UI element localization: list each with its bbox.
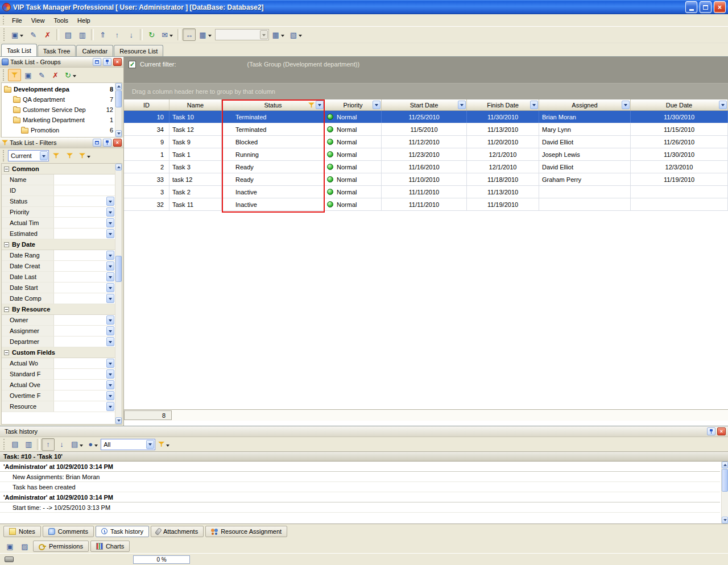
close-panel-icon[interactable]: × [113,58,122,66]
filter-field-actual-work[interactable]: Actual Wo Actual Wo [2,358,115,369]
dropdown-arrow-icon[interactable] [106,207,114,217]
edit-filter-button[interactable] [63,149,76,162]
filter-field-name[interactable]: Name Name [2,175,115,185]
task-row-34[interactable]: 34 Task 12 Terminated Normal 11/5/2010 1… [124,123,728,136]
filter-section-common[interactable]: Common Common [2,164,115,175]
close-button[interactable]: × [714,1,726,13]
pin-icon[interactable] [103,58,111,66]
refresh-button[interactable]: ↻ [145,28,158,41]
sort-ascending-button[interactable]: ↑ [42,438,55,451]
dropdown-arrow-icon[interactable] [106,197,114,206]
filter-field-department[interactable]: Departmer Departmer [2,336,115,347]
task-row-3[interactable]: 3 Task 2 Inactive Normal 11/11/2010 11/1… [124,186,728,198]
filter-section-custom-fields[interactable]: Custom Fields Custom Fields [2,347,115,358]
task-notes-button[interactable]: ▥ [76,28,89,41]
group-qa-department[interactable]: QA department 7 [2,94,114,105]
dropdown-arrow-icon[interactable] [106,251,114,260]
filter-section-by-resource[interactable]: By Resource By Resource [2,304,115,315]
groupby-bar[interactable]: Drag a column header here to group by th… [124,83,728,99]
fit-columns-button[interactable]: ↔ [183,28,196,41]
dropdown-arrow-icon[interactable] [106,402,114,411]
tab-attachments[interactable]: Attachments [151,526,204,537]
scroll-up-icon[interactable] [722,462,728,468]
filter-value-cell[interactable] [54,369,115,379]
task-row-10[interactable]: 10 Task 10 Terminated Normal 11/25/2010 … [124,111,728,123]
scroll-track[interactable] [115,171,122,417]
filter-value-cell[interactable] [54,380,115,390]
move-top-button[interactable]: ⇑ [96,28,109,41]
dropdown-arrow-icon[interactable] [106,315,114,325]
pin-icon[interactable] [103,139,111,147]
filter-value-cell[interactable] [54,358,115,368]
filter-preset-combobox[interactable]: Current [8,150,49,161]
print-layout-dropdown[interactable]: ▧ [288,28,304,41]
dropdown-arrow-icon[interactable] [106,391,114,400]
dropdown-arrow-icon[interactable] [106,283,114,292]
menu-view[interactable]: View [27,15,49,26]
delete-task-button[interactable]: ✗ [41,28,54,41]
filter-field-overtime[interactable]: Overtime F Overtime F [2,390,115,401]
filter-section-by-date[interactable]: By Date By Date [2,239,115,250]
minimize-button[interactable] [685,1,697,13]
filters-scrollbar[interactable] [115,164,122,424]
dropdown-arrow-icon[interactable] [146,440,154,449]
filter-value-cell[interactable] [54,218,115,228]
scroll-down-icon[interactable] [722,517,728,524]
column-header-name[interactable]: Name [169,99,222,110]
filter-field-owner[interactable]: Owner Owner [2,315,115,326]
dock-panel-button[interactable]: ▣ [3,540,16,552]
collapse-icon[interactable] [4,242,9,247]
filter-value-cell[interactable] [54,326,115,336]
history-scrollbar[interactable] [721,462,728,524]
dropdown-arrow-icon[interactable] [106,229,114,238]
filter-value-cell[interactable] [54,185,115,196]
scroll-down-icon[interactable] [115,417,122,424]
menu-tools[interactable]: Tools [49,15,73,26]
scroll-track[interactable] [722,468,728,517]
dropdown-arrow-icon[interactable] [106,218,114,227]
filter-value-cell[interactable] [54,293,115,304]
filter-funnel-icon[interactable] [308,102,315,108]
filter-field-standard[interactable]: Standard F Standard F [2,369,115,380]
dropdown-arrow-icon[interactable] [106,369,114,379]
column-filter-arrow[interactable] [719,101,727,109]
panel-options-button[interactable]: ▨ [18,540,31,552]
filter-field-priority[interactable]: Priority Priority [2,207,115,218]
send-notification-dropdown[interactable]: ✉ [159,28,175,41]
filter-value-cell[interactable] [54,207,115,217]
filter-field-status[interactable]: Status Status [2,196,115,207]
filter-field-date-created[interactable]: Date Creat Date Creat [2,261,115,272]
menu-help[interactable]: Help [73,15,95,26]
history-type-combobox[interactable]: All [101,439,155,450]
column-header-status[interactable]: Status [222,99,325,110]
filter-field-date-start[interactable]: Date Start Date Start [2,282,115,293]
filter-value-cell[interactable] [54,175,115,185]
filter-field-date-range[interactable]: Date Rang Date Rang [2,250,115,261]
column-filter-arrow[interactable] [458,101,466,109]
filter-value-cell[interactable] [54,282,115,293]
maximize-button[interactable] [700,1,712,13]
tab-resource-assignment[interactable]: Resource Assignment [205,526,287,537]
restore-panel-icon[interactable] [93,139,101,147]
dropdown-arrow-icon[interactable] [106,380,114,389]
move-up-button[interactable]: ↑ [110,28,123,41]
filter-value-cell[interactable] [54,261,115,271]
tab-charts[interactable]: Charts [90,541,130,552]
dropdown-arrow-icon[interactable] [106,294,114,303]
group-history-dropdown[interactable]: ▤ [69,438,85,451]
columns-dropdown[interactable]: ▦ [270,28,287,41]
dropdown-arrow-icon[interactable] [40,151,48,160]
task-properties-button[interactable]: ▤ [61,28,75,41]
restore-panel-icon[interactable] [93,58,101,66]
filter-field-resource[interactable]: Resource Resource [2,401,115,412]
new-task-button[interactable]: ▣ [9,28,26,41]
dropdown-arrow-icon[interactable] [106,359,114,368]
close-panel-icon[interactable]: × [717,427,726,435]
menu-file[interactable]: File [7,15,27,26]
group-customer-service[interactable]: Customer Service Dep 12 [2,105,114,115]
delete-group-button[interactable]: ✗ [49,69,62,81]
column-header-start-date[interactable]: Start Date [382,99,467,110]
view-layout-dropdown[interactable]: ▦ [197,28,213,41]
filter-groups-button[interactable] [8,69,21,81]
collapse-icon[interactable] [4,350,9,355]
